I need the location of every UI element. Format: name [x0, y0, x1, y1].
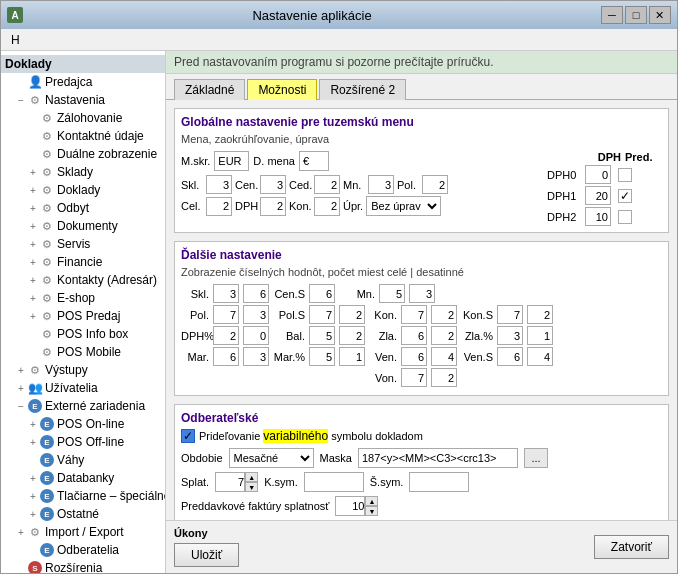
tab-zakladne[interactable]: Základné [174, 79, 245, 100]
d-zlap-v2[interactable] [527, 326, 553, 345]
sidebar-item-pos-online[interactable]: + E POS On-line [1, 415, 165, 433]
dph1-input[interactable] [585, 186, 611, 205]
sidebar-item-rozsirenia[interactable]: S Rozšírenia [1, 559, 165, 573]
sidebar-item-extdev[interactable]: − E Externé zariadenia [1, 397, 165, 415]
d-kons-v2[interactable] [527, 305, 553, 324]
sidebar-item-dokumenty[interactable]: + ⚙ Dokumenty [1, 217, 165, 235]
menu-item-h[interactable]: H [5, 32, 26, 48]
d-marp-v2[interactable] [339, 347, 365, 366]
d-vens-v2[interactable] [527, 347, 553, 366]
d-zla-v1[interactable] [401, 326, 427, 345]
d-kons-v1[interactable] [497, 305, 523, 324]
d-ven-v2[interactable] [431, 347, 457, 366]
sidebar-item-pos-info[interactable]: ⚙ POS Info box [1, 325, 165, 343]
sidebar-item-zalohovanie[interactable]: ⚙ Zálohovanie [1, 109, 165, 127]
sidebar-item-pos-offline[interactable]: + E POS Off-line [1, 433, 165, 451]
dph0-input[interactable] [585, 165, 611, 184]
sidebar-item-dualne[interactable]: ⚙ Duálne zobrazenie [1, 145, 165, 163]
sidebar-item-financie[interactable]: + ⚙ Financie [1, 253, 165, 271]
d-zlap-v1[interactable] [497, 326, 523, 345]
dalsia-section: Ďalšie nastavenie Zobrazenie číselných h… [174, 241, 669, 396]
maska-input[interactable] [358, 448, 518, 468]
d-von-v2[interactable] [431, 368, 457, 387]
sidebar-item-pos-mobile[interactable]: ⚙ POS Mobile [1, 343, 165, 361]
sidebar-item-predajca[interactable]: 👤 Predajca [1, 73, 165, 91]
sidebar-item-tlac[interactable]: + E Tlačiarne – špeciálne [1, 487, 165, 505]
sidebar-item-ostatne[interactable]: + E Ostatné [1, 505, 165, 523]
d-mn-v2[interactable] [409, 284, 435, 303]
d-dphp-v2[interactable] [243, 326, 269, 345]
sidebar-item-doklady[interactable]: + ⚙ Doklady [1, 181, 165, 199]
d-von-v1[interactable] [401, 368, 427, 387]
pol-input[interactable] [422, 175, 448, 194]
sidebar-item-odbyt[interactable]: + ⚙ Odbyt [1, 199, 165, 217]
dph0-checkbox[interactable] [618, 168, 632, 182]
save-button[interactable]: Uložiť [174, 543, 239, 567]
ssym-input[interactable] [409, 472, 469, 492]
ced-input[interactable] [314, 175, 340, 194]
skl-input[interactable] [206, 175, 232, 194]
pridelovanie-checkbox[interactable]: ✓ [181, 429, 195, 443]
close-button[interactable]: Zatvoriť [594, 535, 669, 559]
maska-button[interactable]: ... [524, 448, 548, 468]
d-marp-v1[interactable] [309, 347, 335, 366]
sidebar-item-eshop[interactable]: + ⚙ E-shop [1, 289, 165, 307]
splat-spin[interactable]: ▲ ▼ [215, 472, 258, 492]
tab-moznosti[interactable]: Možnosti [247, 79, 317, 100]
d-pols-v1[interactable] [309, 305, 335, 324]
d-skl-v1[interactable] [213, 284, 239, 303]
mn-input[interactable] [368, 175, 394, 194]
sidebar-item-nastavenia[interactable]: − ⚙ Nastavenia [1, 91, 165, 109]
mskr-input[interactable] [214, 151, 249, 171]
predd-spin[interactable]: ▲ ▼ [335, 496, 378, 516]
maximize-button[interactable]: □ [625, 6, 647, 24]
splat-up[interactable]: ▲ [245, 472, 258, 482]
d-kon-v2[interactable] [431, 305, 457, 324]
sidebar-item-kontakty[interactable]: + ⚙ Kontakty (Adresár) [1, 271, 165, 289]
sidebar-item-uziv[interactable]: + 👥 Užívatelia [1, 379, 165, 397]
d-pols-v2[interactable] [339, 305, 365, 324]
sidebar-item-vystupy[interactable]: + ⚙ Výstupy [1, 361, 165, 379]
d-zla-v2[interactable] [431, 326, 457, 345]
splat-input[interactable] [215, 472, 245, 492]
d-bal-v2[interactable] [339, 326, 365, 345]
cen-input[interactable] [260, 175, 286, 194]
predd-down[interactable]: ▼ [365, 506, 378, 516]
sidebar-item-pos-predaj[interactable]: + ⚙ POS Predaj [1, 307, 165, 325]
kon-input[interactable] [314, 197, 340, 216]
d-mar-v2[interactable] [243, 347, 269, 366]
d-bal-v1[interactable] [309, 326, 335, 345]
sidebar-item-kontaktne[interactable]: ⚙ Kontaktné údaje [1, 127, 165, 145]
d-ven-v1[interactable] [401, 347, 427, 366]
predd-input[interactable] [335, 496, 365, 516]
ksym-input[interactable] [304, 472, 364, 492]
splat-down[interactable]: ▼ [245, 482, 258, 492]
close-button[interactable]: ✕ [649, 6, 671, 24]
cel-input[interactable] [206, 197, 232, 216]
sidebar-item-servis[interactable]: + ⚙ Servis [1, 235, 165, 253]
predd-up[interactable]: ▲ [365, 496, 378, 506]
up-select[interactable]: Bez úprav [366, 196, 441, 216]
sidebar-item-import[interactable]: + ⚙ Import / Export [1, 523, 165, 541]
sidebar-item-databanky[interactable]: + E Databanky [1, 469, 165, 487]
sidebar-item-sklady[interactable]: + ⚙ Sklady [1, 163, 165, 181]
d-vens-v1[interactable] [497, 347, 523, 366]
minimize-button[interactable]: ─ [601, 6, 623, 24]
d-mn-v1[interactable] [379, 284, 405, 303]
dph-global-input[interactable] [260, 197, 286, 216]
dph2-checkbox[interactable] [618, 210, 632, 224]
d-kon-v1[interactable] [401, 305, 427, 324]
d-pol-v1[interactable] [213, 305, 239, 324]
d-dphp-v1[interactable] [213, 326, 239, 345]
tab-rozsirene2[interactable]: Rozšírené 2 [319, 79, 406, 100]
dph1-checkbox[interactable]: ✓ [618, 189, 632, 203]
dmena-input[interactable] [299, 151, 329, 171]
dph2-input[interactable] [585, 207, 611, 226]
d-mar-v1[interactable] [213, 347, 239, 366]
d-pol-v2[interactable] [243, 305, 269, 324]
sidebar-item-vahy[interactable]: E Váhy [1, 451, 165, 469]
sidebar-item-odberatelia[interactable]: E Odberatelia [1, 541, 165, 559]
d-cens-v1[interactable] [309, 284, 335, 303]
d-skl-v2[interactable] [243, 284, 269, 303]
obdobie-select[interactable]: Mesačné Týždenné Denné [229, 448, 314, 468]
